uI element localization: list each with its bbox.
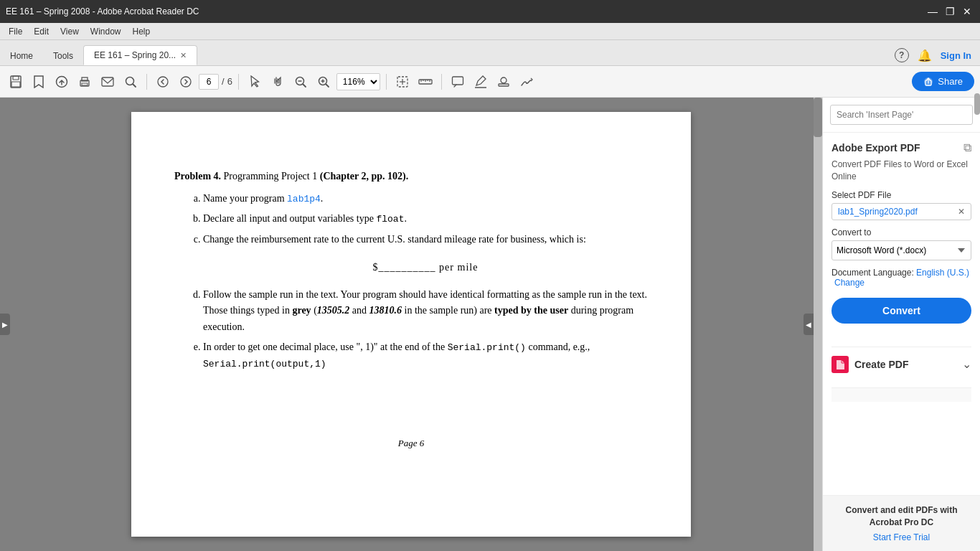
scrollbar-track[interactable] [814, 98, 822, 551]
bottom-box-text: Convert and edit PDFs with Acrobat Pro D… [831, 504, 971, 529]
print-icon[interactable] [75, 72, 95, 92]
select-tool-icon[interactable] [245, 72, 265, 92]
start-trial-link[interactable]: Start Free Trial [873, 532, 930, 542]
panel-divider [831, 347, 971, 347]
svg-line-9 [133, 84, 136, 87]
help-icon[interactable]: ? [895, 48, 909, 62]
export-pdf-section: Adobe Export PDF ⧉ Convert PDF Files to … [831, 141, 971, 335]
comment-icon[interactable] [448, 72, 468, 92]
select-file-label: Select PDF File [831, 190, 971, 200]
create-pdf-section: Create PDF ⌄ [831, 353, 971, 376]
zoom-select[interactable]: 116%100%125%150% [336, 73, 380, 90]
prev-page-icon[interactable] [153, 72, 173, 92]
menu-window[interactable]: Window [85, 25, 127, 38]
hand-tool-icon[interactable] [268, 72, 288, 92]
scrollbar-thumb[interactable] [814, 98, 822, 137]
bell-icon[interactable]: 🔔 [918, 49, 932, 62]
problem4-bold: (Chapter 2, pp. 102). [320, 171, 408, 182]
panel-search-area [823, 98, 980, 133]
menu-edit[interactable]: Edit [28, 25, 55, 38]
next-page-icon[interactable] [176, 72, 196, 92]
page-input[interactable] [199, 74, 219, 90]
export-pdf-subtitle: Convert PDF Files to Word or Excel Onlin… [831, 159, 971, 183]
menu-view[interactable]: View [55, 25, 85, 38]
close-btn[interactable]: ✕ [960, 4, 974, 19]
stamp-icon[interactable] [494, 72, 514, 92]
pdf-scroll-area[interactable]: Problem 4. Programming Project 1 (Chapte… [0, 98, 822, 551]
svg-point-8 [126, 77, 134, 85]
share-button[interactable]: Share [912, 72, 974, 91]
share-label: Share [938, 76, 963, 87]
tab-document[interactable]: EE 161 – Spring 20... ✕ [83, 45, 197, 65]
svg-line-14 [303, 84, 306, 87]
main-area: ▶ Problem 4. Programming Project 1 (Chap… [0, 98, 980, 551]
right-panel: Adobe Export PDF ⧉ Convert PDF Files to … [822, 98, 980, 551]
svg-rect-28 [452, 77, 463, 85]
dollar-line: $__________ per mile [203, 260, 648, 276]
highlight-icon[interactable] [471, 72, 491, 92]
convert-button[interactable]: Convert [831, 298, 971, 324]
bookmark-icon[interactable] [29, 72, 49, 92]
item-d: Follow the sample run in the text. Your … [203, 287, 648, 335]
panel-search-input[interactable] [830, 105, 973, 125]
total-pages: 6 [227, 76, 232, 87]
svg-rect-31 [499, 84, 509, 86]
sign-icon[interactable] [517, 72, 537, 92]
tab-document-label: EE 161 – Spring 20... [94, 50, 176, 60]
change-language-link[interactable]: Change [834, 278, 864, 288]
tab-home[interactable]: Home [0, 47, 43, 65]
copy-icon[interactable]: ⧉ [963, 141, 971, 154]
tab-close-icon[interactable]: ✕ [180, 51, 187, 60]
export-pdf-title: Adobe Export PDF [831, 142, 920, 154]
pdf-viewer: ▶ Problem 4. Programming Project 1 (Chap… [0, 98, 822, 551]
svg-point-30 [501, 77, 507, 83]
page-separator: / [222, 76, 225, 87]
svg-point-10 [158, 77, 168, 87]
toolbar: / 6 116%100%125%150% S [0, 66, 980, 98]
doc-lang-label: Document Language: English (U.S.) Change [831, 268, 971, 288]
sign-in-button[interactable]: Sign In [941, 50, 971, 61]
convert-to-label: Convert to [831, 227, 971, 237]
svg-rect-2 [11, 82, 20, 87]
item-b: Declare all input and output variables t… [203, 211, 648, 227]
convert-to-select[interactable]: Microsoft Word (*.docx) Microsoft Excel … [831, 240, 971, 260]
right-panel-toggle[interactable]: ◀ [804, 314, 814, 335]
create-pdf-left: Create PDF [831, 356, 908, 373]
tab-bar: Home Tools EE 161 – Spring 20... ✕ ? 🔔 S… [0, 40, 980, 66]
menu-help[interactable]: Help [127, 25, 156, 38]
file-name: lab1_Spring2020.pdf [838, 207, 918, 217]
item-e: In order to get one decimal place, use "… [203, 339, 648, 372]
svg-point-11 [181, 77, 191, 87]
minimize-btn[interactable]: — [925, 4, 940, 19]
tab-tools[interactable]: Tools [43, 47, 83, 65]
svg-line-18 [326, 84, 329, 87]
left-panel-toggle[interactable]: ▶ [0, 314, 10, 335]
problem4-title: Problem 4. [174, 171, 221, 182]
marquee-zoom-icon[interactable] [392, 72, 413, 92]
create-pdf-row: Create PDF ⌄ [831, 353, 971, 376]
panel-bottom-box: Convert and edit PDFs with Acrobat Pro D… [823, 495, 980, 551]
doc-lang-value: English (U.S.) [916, 268, 969, 278]
next-section-partial [831, 387, 971, 402]
tab-home-label: Home [10, 51, 33, 61]
restore-btn[interactable]: ❐ [943, 4, 957, 19]
menu-bar: File Edit View Window Help [0, 23, 980, 40]
pdf-page: Problem 4. Programming Project 1 (Chapte… [131, 112, 691, 537]
measure-icon[interactable] [415, 72, 435, 92]
zoom-in-icon[interactable] [314, 72, 334, 92]
zoom-out-icon[interactable] [291, 72, 311, 92]
page-number: Page 6 [174, 436, 648, 451]
menu-file[interactable]: File [3, 25, 28, 38]
search-icon[interactable] [121, 72, 141, 92]
create-pdf-label: Create PDF [854, 359, 908, 370]
pdf-content: Problem 4. Programming Project 1 (Chapte… [174, 141, 648, 451]
file-remove-icon[interactable]: ✕ [958, 207, 965, 217]
create-pdf-chevron[interactable]: ⌄ [962, 357, 971, 371]
file-row: lab1_Spring2020.pdf ✕ [831, 203, 971, 220]
email-icon[interactable] [98, 72, 118, 92]
upload-icon[interactable] [52, 72, 72, 92]
save-icon[interactable] [6, 72, 26, 92]
title-bar: EE 161 – Spring 2008 - Adobe Acrobat Rea… [0, 0, 980, 23]
problem4-subtitle: Programming Project 1 [224, 171, 320, 182]
panel-scroll-thumb [974, 98, 980, 115]
